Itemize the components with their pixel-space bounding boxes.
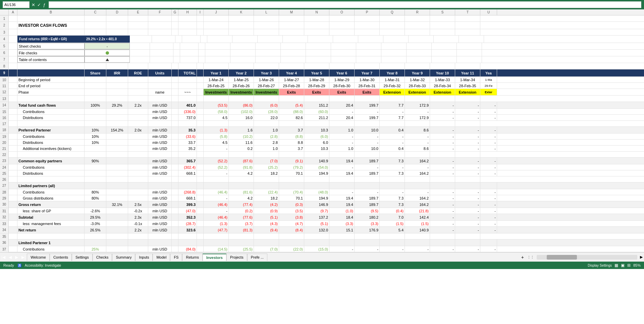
- end-y5[interactable]: 28-Feb-29: [304, 83, 329, 89]
- col-i-header[interactable]: I: [197, 9, 204, 15]
- phase-y11[interactable]: Extension: [455, 89, 480, 95]
- tab-welcome[interactable]: Welcome: [27, 254, 50, 261]
- cell-n2[interactable]: [304, 22, 329, 29]
- begin-period-label[interactable]: Beginning of period: [17, 77, 85, 83]
- end-y11[interactable]: 28-Feb-35: [455, 83, 480, 89]
- cell-q1[interactable]: [380, 15, 405, 21]
- total-fund-units[interactable]: mln USD: [148, 102, 172, 108]
- col-f-header[interactable]: F: [148, 9, 172, 15]
- begin-y6[interactable]: 1-Mar-29: [329, 77, 355, 83]
- total-fund-y7[interactable]: 199.7: [355, 102, 380, 108]
- phase-unit[interactable]: name: [148, 89, 172, 95]
- distrib-1-label[interactable]: Distributions: [17, 115, 85, 120]
- scroll-right-arrow[interactable]: ▶: [639, 254, 644, 260]
- cell-c1[interactable]: [85, 15, 106, 21]
- col-year6-header[interactable]: Year 6: [329, 69, 355, 76]
- tab-next-arrow[interactable]: ▶: [14, 254, 19, 260]
- col-a-header[interactable]: A: [9, 9, 17, 15]
- cell-r1[interactable]: [405, 15, 430, 21]
- confirm-icon[interactable]: ✓: [37, 2, 41, 7]
- col-t-header[interactable]: T: [455, 9, 480, 15]
- col-year3-header[interactable]: Year 3: [254, 69, 279, 76]
- cell-p2[interactable]: [355, 22, 380, 29]
- cell-q2[interactable]: [380, 22, 405, 29]
- col-m-header[interactable]: M: [279, 9, 304, 15]
- total-fund-y6[interactable]: 20.4: [329, 102, 355, 108]
- cell-m1[interactable]: [279, 15, 304, 21]
- begin-y7[interactable]: 1-Mar-30: [355, 77, 380, 83]
- cell-p1[interactable]: [355, 15, 380, 21]
- phase-tilde[interactable]: ~~~: [178, 89, 197, 95]
- begin-y10[interactable]: 1-Mar-33: [430, 77, 455, 83]
- phase-y1[interactable]: Investments: [204, 89, 229, 95]
- cell-b2-title[interactable]: INVESTOR CASH FLOWS: [17, 22, 85, 29]
- end-more[interactable]: 29-Fe: [480, 83, 497, 89]
- phase-y7[interactable]: Exits: [355, 89, 380, 95]
- cell-m2[interactable]: [279, 22, 304, 29]
- end-y10[interactable]: 28-Feb-34: [430, 83, 455, 89]
- cell-k2[interactable]: [229, 22, 254, 29]
- page-break-icon[interactable]: ⊞: [627, 263, 631, 268]
- total-fund-y2[interactable]: (86.0): [229, 102, 254, 108]
- col-r-header[interactable]: R: [405, 9, 430, 15]
- tab-first-arrow[interactable]: |◀: [0, 254, 7, 260]
- page-layout-icon[interactable]: ▣: [621, 263, 625, 268]
- total-fund-y9[interactable]: 172.9: [405, 102, 430, 108]
- phase-y2[interactable]: Investments: [229, 89, 254, 95]
- phase-y6[interactable]: Exits: [329, 89, 355, 95]
- total-fund-y5[interactable]: 151.2: [304, 102, 329, 108]
- total-fund-y11[interactable]: -: [455, 102, 480, 108]
- tab-settings[interactable]: Settings: [72, 254, 93, 261]
- col-u-header[interactable]: U: [480, 9, 497, 15]
- cell-o2[interactable]: [329, 22, 355, 29]
- begin-y2[interactable]: 1-Mar-25: [229, 77, 254, 83]
- cell-h1[interactable]: [178, 15, 197, 21]
- end-y9[interactable]: 28-Feb-33: [405, 83, 430, 89]
- col-year1-header[interactable]: Year 1: [204, 69, 229, 76]
- cell-n1[interactable]: [304, 15, 329, 21]
- cell-o1[interactable]: [329, 15, 355, 21]
- phase-label[interactable]: Phase: [17, 89, 85, 95]
- sheet-checks-val[interactable]: -: [85, 43, 130, 49]
- col-s-header[interactable]: S: [430, 9, 455, 15]
- end-y6[interactable]: 28-Feb-30: [329, 83, 355, 89]
- col-year-more[interactable]: Yea: [480, 69, 497, 76]
- tab-scroll-menu[interactable]: ⋮⋮: [526, 255, 535, 260]
- col-units-header[interactable]: Units: [148, 69, 172, 76]
- cell-h2[interactable]: [178, 22, 197, 29]
- cell-j2[interactable]: [204, 22, 229, 29]
- col-year2-header[interactable]: Year 2: [229, 69, 254, 76]
- end-y2[interactable]: 28-Feb-26: [229, 83, 254, 89]
- col-year8-header[interactable]: Year 8: [380, 69, 405, 76]
- phase-y8[interactable]: Extension: [380, 89, 405, 95]
- end-y1[interactable]: 28-Feb-25: [204, 83, 229, 89]
- col-b-header[interactable]: B: [17, 9, 85, 15]
- col-q-header[interactable]: Q: [380, 9, 405, 15]
- col-n-header[interactable]: N: [304, 9, 329, 15]
- begin-y5[interactable]: 1-Mar-28: [304, 77, 329, 83]
- fund-returns-label[interactable]: Fund returns (IRR • EqM • GR): [17, 36, 85, 43]
- cell-l1[interactable]: [254, 15, 279, 21]
- total-fund-irr[interactable]: 29.2%: [106, 102, 128, 108]
- file-checks-val[interactable]: [85, 50, 130, 56]
- tab-checks[interactable]: Checks: [93, 254, 112, 261]
- file-checks-label[interactable]: File checks: [17, 50, 85, 56]
- tab-fs[interactable]: FS: [170, 254, 182, 261]
- total-fund-y1[interactable]: (53.5): [204, 102, 229, 108]
- cell-a1[interactable]: [9, 15, 17, 21]
- function-icon[interactable]: ƒ: [43, 2, 45, 7]
- total-fund-y4[interactable]: (5.4): [279, 102, 304, 108]
- total-fund-cf-label[interactable]: Total fund cash flows: [17, 102, 85, 108]
- col-g-header[interactable]: G: [172, 9, 178, 15]
- col-o-header[interactable]: O: [329, 9, 355, 15]
- begin-y11[interactable]: 1-Mar-34: [455, 77, 480, 83]
- cell-d2[interactable]: [106, 22, 128, 29]
- total-fund-roe[interactable]: 2.2x: [128, 102, 148, 108]
- col-c-header[interactable]: C: [85, 9, 106, 15]
- accessibility-label[interactable]: Accessibility: Investigate: [25, 264, 61, 267]
- end-y4[interactable]: 29-Feb-28: [279, 83, 304, 89]
- phase-y9[interactable]: Extension: [405, 89, 430, 95]
- contrib-1-label[interactable]: Contributions: [17, 109, 85, 114]
- cell-s2[interactable]: [430, 22, 455, 29]
- col-roe-header[interactable]: ROE: [128, 69, 148, 76]
